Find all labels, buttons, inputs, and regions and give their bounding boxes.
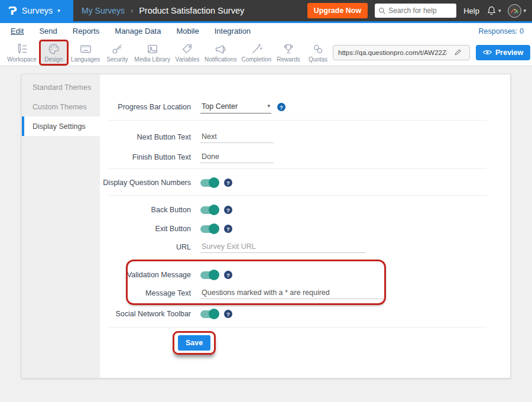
tab-mobile[interactable]: Mobile [176,27,199,35]
exit-url-row: URL [100,239,510,255]
toolbar-item-security[interactable]: Security [102,40,132,66]
exit-button-label: Exit Button [100,225,191,233]
save-button[interactable]: Save [178,335,210,351]
display-settings-form: Progress Bar Location Top Center ▾ ? Nex… [100,74,510,378]
toolbar-item-media-library[interactable]: Media Library [132,40,173,66]
annotation-save-highlight: Save [173,331,216,355]
toolbar-item-workspace[interactable]: Workspace [5,40,39,66]
chevron-down-icon: ▾ [267,103,270,109]
toolbar-item-label: Languages [71,56,100,63]
breadcrumb-my-surveys[interactable]: My Surveys [82,6,125,15]
page-title: Product Satisfaction Survey [139,6,244,15]
help-icon[interactable]: ? [224,206,232,214]
next-button-text-label: Next Button Text [100,133,191,141]
help-icon[interactable]: ? [224,310,232,318]
edit-url-button[interactable] [449,46,466,60]
toolbar-item-notifications[interactable]: Notifications [202,40,239,66]
divider [108,327,486,328]
top-bar: Ɂ Surveys ▾ My Surveys › Product Satisfa… [0,0,532,21]
palette-icon [47,43,61,56]
validation-message-toggle[interactable] [200,271,218,279]
toolbar-item-variables[interactable]: Variables [173,40,202,66]
product-menu[interactable]: Ɂ Surveys ▾ [0,0,73,21]
message-text-input[interactable] [200,287,384,299]
back-button-row: Back Button ? [100,202,510,218]
tab-manage-data[interactable]: Manage Data [115,27,161,35]
design-toolbar: Workspace Design Languages Security Medi… [0,39,532,66]
toolbar-item-design[interactable]: Design [39,40,69,66]
display-settings-card: Standard Themes Custom Themes Display Se… [21,74,511,378]
toolbar-item-label: Notifications [205,56,236,63]
toolbar-item-label: Media Library [134,56,170,63]
gauge-icon [510,8,519,14]
toolbar-item-label: Variables [175,56,199,63]
toolbar-item-label: Design [44,56,63,63]
workspace-icon [15,43,29,56]
toolbar-item-rewards[interactable]: Rewards [274,40,303,66]
breadcrumb: My Surveys › Product Satisfaction Survey [82,6,244,15]
toggle-knob [209,177,219,188]
toolbar-item-label: Rewards [277,56,300,63]
toolbar-item-quotas[interactable]: Quotas [303,40,333,66]
survey-url-input[interactable] [333,49,449,56]
tag-icon [180,43,194,56]
validation-message-row: Validation Message ? [100,267,510,283]
social-network-toolbar-toggle[interactable] [200,310,218,318]
survey-nav: Edit Send Reports Manage Data Mobile Int… [0,23,532,39]
toolbar-item-completion[interactable]: Completion [239,40,274,66]
toolbar-item-label: Workspace [7,56,37,63]
help-link[interactable]: Help [463,7,479,15]
toggle-knob [209,205,219,215]
progress-bar-location-label: Progress Bar Location [100,103,191,111]
bell-icon [486,5,497,16]
divider [108,195,486,196]
notifications-menu[interactable]: ▾ [486,5,501,16]
toolbar-item-label: Completion [241,56,271,63]
sidebar-item-standard-themes[interactable]: Standard Themes [22,77,100,97]
page-background: Standard Themes Custom Themes Display Se… [0,66,532,402]
sidebar-item-custom-themes[interactable]: Custom Themes [22,97,100,116]
help-icon[interactable]: ? [224,179,232,187]
divider [108,120,486,121]
toolbar-item-languages[interactable]: Languages [69,40,103,66]
toggle-knob [209,270,219,280]
trophy-icon [281,43,296,56]
tab-edit[interactable]: Edit [11,27,24,35]
save-row: Save [100,331,510,355]
tab-integration[interactable]: Integration [215,27,251,35]
finish-button-text-input[interactable] [200,151,274,163]
chevron-down-icon: ▾ [523,8,526,14]
chevron-down-icon: ▾ [498,8,501,14]
chevron-down-icon: ▾ [57,8,60,14]
back-button-label: Back Button [100,206,191,214]
exit-url-input[interactable] [200,241,366,253]
toggle-knob [209,223,219,234]
display-question-numbers-toggle[interactable] [200,179,218,187]
help-icon[interactable]: ? [224,225,232,233]
next-button-text-input[interactable] [200,131,274,143]
finish-button-text-label: Finish Button Text [100,153,191,161]
key-icon [110,43,124,56]
account-menu[interactable]: ▾ [508,4,526,18]
toolbar-item-label: Quotas [309,56,327,63]
toggle-knob [209,309,219,319]
tab-reports[interactable]: Reports [73,27,100,35]
display-question-numbers-label: Display Question Numbers [100,179,191,187]
eye-icon [483,49,492,56]
back-button-toggle[interactable] [200,206,218,214]
upgrade-now-button[interactable]: Upgrade Now [307,3,368,18]
help-search[interactable] [375,4,456,18]
survey-url-field[interactable] [333,45,470,60]
validation-message-label: Validation Message [100,271,191,279]
help-icon[interactable]: ? [277,103,286,111]
megaphone-icon [213,43,228,56]
search-input[interactable] [388,7,452,15]
selected-value: Top Center [202,102,238,111]
preview-button[interactable]: Preview [476,45,530,60]
sidebar-item-display-settings[interactable]: Display Settings [22,116,100,136]
tab-send[interactable]: Send [39,27,57,35]
responses-count[interactable]: Responses: 0 [479,27,524,35]
help-icon[interactable]: ? [224,271,232,279]
exit-button-toggle[interactable] [200,225,218,233]
progress-bar-location-select[interactable]: Top Center ▾ [200,101,271,114]
